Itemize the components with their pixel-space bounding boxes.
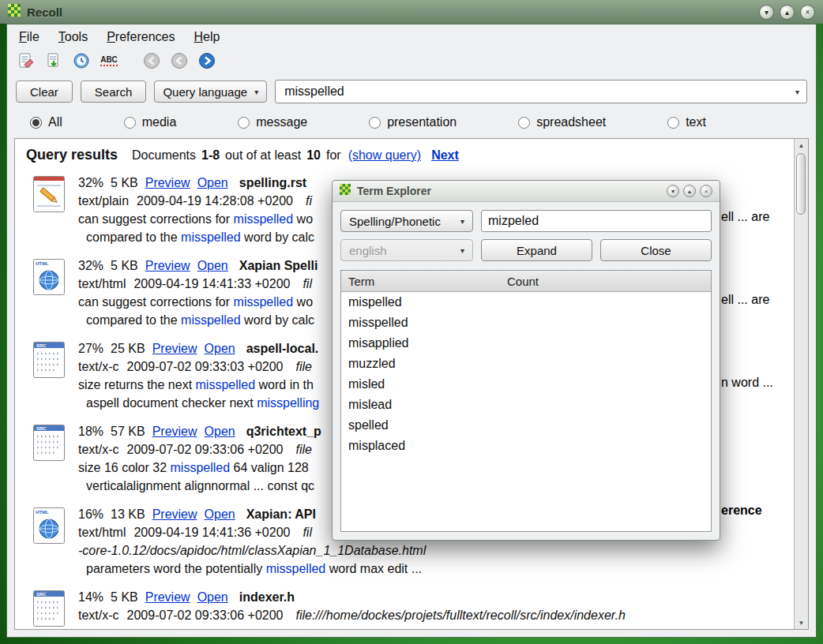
preview-link[interactable]: Preview	[152, 507, 197, 521]
combo-dropdown-icon[interactable]: ▾	[795, 88, 799, 96]
filter-message-radio[interactable]	[238, 117, 250, 129]
result-relevance: 16%	[78, 507, 103, 521]
clear-search-icon[interactable]	[14, 50, 38, 72]
menu-help[interactable]: Help	[194, 30, 220, 44]
history-icon[interactable]	[70, 50, 93, 72]
result-date: 2009-07-02 09:33:03 +0200	[127, 360, 284, 373]
result-relevance: 18%	[78, 425, 103, 438]
expand-button[interactable]: Expand	[481, 239, 592, 261]
document-icon-html: HTML	[32, 505, 66, 578]
dialog-close-button[interactable]: ×	[700, 185, 712, 197]
filter-spreadsheet-radio[interactable]	[518, 117, 530, 129]
query-combobox[interactable]: ▾	[275, 80, 807, 103]
svg-text:HTML: HTML	[36, 261, 49, 266]
result-url: file	[296, 360, 312, 373]
scrollbar-thumb[interactable]	[796, 153, 806, 215]
result-relevance: 27%	[78, 342, 103, 355]
window-titlebar[interactable]: Recoll ▾ ▴ ×	[0, 0, 823, 24]
result-date: 2009-04-19 14:41:33 +0200	[133, 277, 290, 290]
svg-text:SRC: SRC	[36, 592, 47, 597]
scroll-down-button[interactable]: ▼	[795, 616, 808, 629]
result-url: fil	[303, 526, 312, 539]
dialog-shade-button[interactable]: ▾	[667, 185, 679, 197]
search-button[interactable]: Search	[81, 80, 147, 103]
filter-text-radio[interactable]	[667, 117, 679, 129]
term-input[interactable]	[481, 210, 712, 232]
next-page-button[interactable]	[195, 50, 219, 72]
term-match-type-select[interactable]: Spelling/Phonetic ▾	[340, 210, 473, 232]
term-row[interactable]: misapplied	[341, 333, 711, 354]
results-scrollbar[interactable]: ▲ ▼	[794, 139, 808, 629]
term-row[interactable]: muzzled	[341, 354, 711, 374]
show-query-link[interactable]: (show query)	[348, 148, 421, 163]
query-language-select[interactable]: Query language ▾	[154, 80, 267, 103]
close-button[interactable]: ×	[800, 5, 815, 20]
results-total: 10	[306, 148, 321, 163]
results-title: Query results	[26, 147, 118, 163]
filter-media[interactable]: media	[124, 115, 177, 129]
scrollbar-track[interactable]	[795, 152, 808, 616]
term-row[interactable]: spelled	[341, 415, 711, 436]
clear-button[interactable]: Clear	[16, 80, 73, 103]
spellcheck-icon[interactable]: ABC	[97, 50, 121, 72]
preview-link[interactable]: Preview	[152, 425, 197, 438]
prev-page-button[interactable]	[167, 50, 191, 72]
result-url: file	[296, 443, 312, 456]
filter-spreadsheet[interactable]: spreadsheet	[518, 115, 606, 129]
dialog-maximize-button[interactable]: ▴	[683, 185, 696, 197]
document-icon-source: SRC	[32, 339, 66, 412]
results-header: Query results Documents 1-8 out of at le…	[26, 147, 784, 163]
shade-button[interactable]: ▾	[759, 5, 774, 20]
column-header-term[interactable]: Term	[341, 275, 507, 288]
first-page-button[interactable]	[140, 50, 163, 72]
scroll-up-button[interactable]: ▲	[795, 139, 808, 152]
filter-all-radio[interactable]	[30, 117, 42, 129]
results-count-text: for	[326, 148, 341, 163]
open-link[interactable]: Open	[197, 176, 228, 189]
open-link[interactable]: Open	[205, 425, 235, 438]
filter-text[interactable]: text	[667, 115, 706, 129]
filter-presentation[interactable]: presentation	[369, 115, 457, 129]
language-value: english	[349, 244, 387, 257]
preview-link[interactable]: Preview	[152, 342, 197, 355]
preview-link[interactable]: Preview	[145, 176, 190, 189]
menu-file[interactable]: File	[19, 30, 39, 44]
maximize-button[interactable]: ▴	[780, 5, 795, 20]
language-select: english ▾	[340, 239, 473, 261]
dialog-titlebar[interactable]: Term Explorer ▾ ▴ ×	[333, 181, 720, 202]
term-row[interactable]: mispelled	[341, 292, 711, 313]
preview-link[interactable]: Preview	[145, 259, 190, 272]
term-row[interactable]: misplaced	[341, 436, 711, 456]
preview-link[interactable]: Preview	[145, 590, 190, 604]
term-cell: misspelled	[341, 316, 507, 330]
filter-presentation-radio[interactable]	[369, 117, 381, 129]
result-url-continuation: -core-1.0.12/docs/apidoc/html/classXapia…	[78, 541, 426, 560]
next-page-link[interactable]: Next	[431, 148, 459, 163]
close-button[interactable]: Close	[600, 239, 712, 261]
result-title: spelling.rst	[239, 176, 306, 189]
term-cell: muzzled	[341, 357, 507, 371]
filter-media-radio[interactable]	[124, 117, 136, 129]
query-input[interactable]	[283, 84, 795, 99]
result-title: indexer.h	[239, 590, 295, 604]
open-link[interactable]: Open	[197, 590, 228, 604]
open-link[interactable]: Open	[205, 507, 235, 521]
filter-message[interactable]: message	[238, 115, 307, 129]
filter-all[interactable]: All	[30, 115, 62, 129]
document-icon-text	[32, 174, 66, 246]
menu-preferences[interactable]: Preferences	[107, 30, 175, 44]
highlight-term: misspelled	[266, 562, 326, 575]
column-header-count[interactable]: Count	[507, 275, 539, 288]
term-row[interactable]: misled	[341, 374, 711, 395]
open-link[interactable]: Open	[205, 342, 235, 355]
result-size: 13 KB	[111, 507, 145, 521]
save-results-icon[interactable]	[42, 50, 66, 72]
result-title-overflow: erence	[721, 504, 762, 518]
open-link[interactable]: Open	[197, 259, 228, 272]
result-title: Xapian Spelli	[239, 259, 318, 272]
result-url: fi	[306, 194, 312, 208]
menu-tools[interactable]: Tools	[58, 30, 88, 44]
term-row[interactable]: misspelled	[341, 313, 711, 333]
result-date: 2009-04-19 14:28:08 +0200	[137, 194, 293, 208]
term-row[interactable]: mislead	[341, 395, 711, 415]
